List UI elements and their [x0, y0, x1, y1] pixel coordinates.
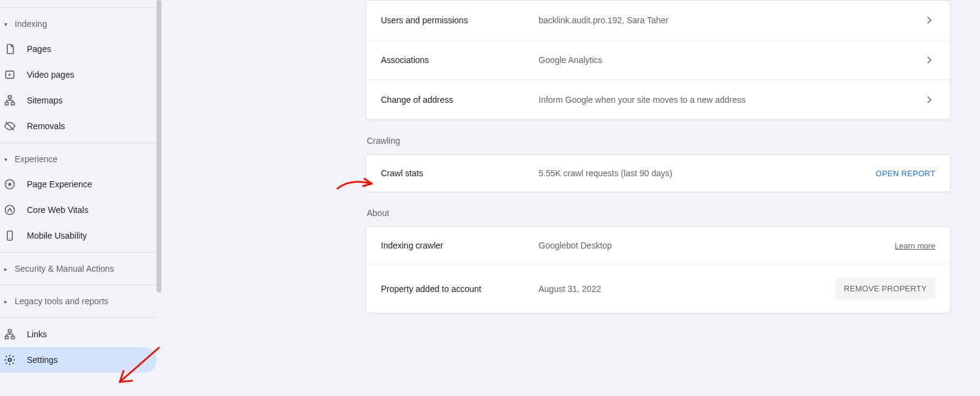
row-value: 5.55K crawl requests (last 90 days) — [539, 168, 875, 178]
section-label: Security & Manual Actions — [15, 264, 114, 274]
chevron-right-icon — [923, 54, 935, 66]
section-label: Experience — [15, 154, 57, 164]
nav-label: Settings — [27, 355, 58, 365]
page-experience-icon — [4, 178, 16, 190]
about-card: Indexing crawler Googlebot Desktop Learn… — [366, 226, 951, 313]
caret-right-icon: ▸ — [2, 266, 9, 272]
nav-label: Page Experience — [27, 179, 92, 189]
row-value: backlink.audit.pro.192, Sara Taher — [539, 15, 923, 25]
svg-rect-1 — [9, 96, 12, 99]
mobile-usability-icon — [4, 230, 16, 242]
sidebar-item-links[interactable]: Links — [0, 321, 157, 347]
sidebar-item-mobile-usability[interactable]: Mobile Usability — [0, 223, 157, 248]
row-label: Property added to account — [381, 284, 539, 294]
core-web-vitals-icon — [4, 204, 16, 216]
row-property-added: Property added to account August 31, 202… — [366, 264, 950, 313]
sidebar-divider — [0, 317, 157, 318]
row-crawl-stats[interactable]: Crawl stats 5.55K crawl requests (last 9… — [366, 155, 950, 192]
row-associations[interactable]: Associations Google Analytics — [366, 40, 950, 80]
sidebar-section-security[interactable]: ▸ Security & Manual Actions — [0, 256, 157, 281]
open-report-link[interactable]: OPEN REPORT — [875, 169, 935, 178]
main-content: Users and permissions backlink.audit.pro… — [366, 0, 951, 313]
row-chevron — [923, 14, 935, 26]
row-chevron — [923, 54, 935, 66]
section-label: Legacy tools and reports — [15, 296, 108, 306]
sidebar-item-removals[interactable]: Removals — [0, 113, 157, 139]
svg-rect-8 — [9, 330, 12, 332]
svg-point-5 — [6, 206, 15, 215]
sitemaps-icon — [4, 94, 16, 106]
row-label: Associations — [381, 55, 539, 65]
nav-label: Pages — [27, 44, 51, 54]
svg-rect-3 — [12, 102, 15, 105]
svg-point-11 — [9, 359, 12, 362]
nav-label: Removals — [27, 121, 65, 131]
section-title-about: About — [367, 208, 951, 218]
svg-point-7 — [9, 238, 10, 239]
svg-rect-2 — [6, 102, 9, 105]
svg-rect-9 — [6, 336, 9, 338]
nav-label: Mobile Usability — [27, 231, 87, 241]
caret-down-icon: ▾ — [2, 21, 9, 28]
pages-icon — [4, 43, 16, 55]
row-value: Inform Google when your site moves to a … — [539, 95, 923, 105]
chevron-right-icon — [923, 14, 935, 26]
caret-down-icon: ▾ — [2, 156, 9, 163]
learn-more-link[interactable]: Learn more — [895, 241, 935, 250]
row-change-address[interactable]: Change of address Inform Google when you… — [366, 80, 950, 119]
sidebar-item-settings[interactable]: Settings — [0, 347, 157, 373]
sidebar-item-video-pages[interactable]: Video pages — [0, 62, 157, 88]
row-label: Indexing crawler — [381, 241, 539, 250]
sidebar-item-page-experience[interactable]: Page Experience — [0, 171, 157, 197]
sidebar-divider — [0, 252, 157, 253]
caret-right-icon: ▸ — [2, 298, 9, 305]
sidebar-section-experience[interactable]: ▾ Experience — [0, 147, 157, 171]
sidebar-item-core-web-vitals[interactable]: Core Web Vitals — [0, 197, 157, 223]
nav-label: Core Web Vitals — [27, 205, 89, 215]
svg-rect-10 — [12, 336, 15, 338]
row-label: Change of address — [381, 95, 539, 105]
sidebar-divider — [0, 285, 157, 285]
chevron-right-icon — [923, 94, 935, 106]
row-label: Crawl stats — [381, 168, 539, 178]
sidebar-section-legacy[interactable]: ▸ Legacy tools and reports — [0, 289, 157, 313]
general-card: Users and permissions backlink.audit.pro… — [366, 0, 951, 120]
sidebar-scrollbar[interactable] — [157, 0, 161, 293]
links-icon — [4, 328, 16, 340]
crawling-card: Crawl stats 5.55K crawl requests (last 9… — [366, 154, 951, 192]
video-pages-icon — [4, 69, 16, 81]
section-title-crawling: Crawling — [367, 136, 951, 146]
row-value: August 31, 2022 — [539, 284, 835, 294]
sidebar: ▾ Indexing Pages Video pages Sitemaps Re… — [0, 0, 157, 396]
nav-label: Links — [27, 329, 47, 339]
nav-label: Video pages — [27, 70, 75, 80]
sidebar-divider — [0, 143, 157, 143]
nav-label: Sitemaps — [27, 95, 62, 105]
row-chevron — [923, 94, 935, 106]
row-value: Google Analytics — [539, 55, 923, 65]
sidebar-item-sitemaps[interactable]: Sitemaps — [0, 88, 157, 113]
remove-property-button[interactable]: REMOVE PROPERTY — [835, 278, 935, 299]
sidebar-divider — [0, 7, 157, 8]
sidebar-section-indexing[interactable]: ▾ Indexing — [0, 12, 157, 36]
row-value: Googlebot Desktop — [539, 241, 895, 250]
gear-icon — [4, 354, 16, 366]
row-label: Users and permissions — [381, 15, 539, 25]
sidebar-item-pages[interactable]: Pages — [0, 36, 157, 62]
removals-icon — [4, 120, 16, 132]
row-users-permissions[interactable]: Users and permissions backlink.audit.pro… — [366, 1, 950, 40]
row-indexing-crawler: Indexing crawler Googlebot Desktop Learn… — [366, 227, 950, 264]
section-label: Indexing — [15, 19, 47, 29]
